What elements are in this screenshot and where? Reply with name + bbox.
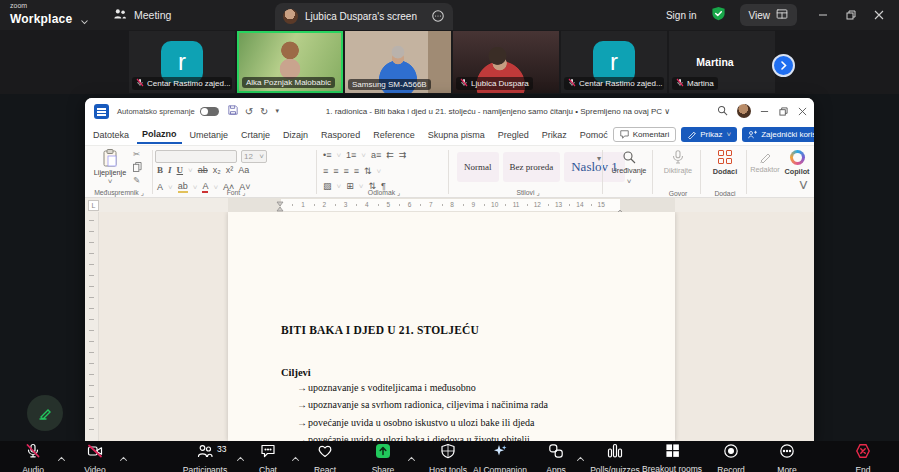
addins-group-label: Dodaci xyxy=(714,190,735,197)
redo-icon[interactable]: ↻ xyxy=(260,106,268,117)
security-shield-icon[interactable] xyxy=(711,6,726,25)
ribbon-tab-pregled[interactable]: Pregled xyxy=(493,126,534,143)
word-close-icon[interactable] xyxy=(798,102,807,120)
participant-tile[interactable]: Samsung SM-A566B xyxy=(345,31,451,93)
styles-gallery-more-button[interactable]: ▾ xyxy=(597,154,601,163)
change-case-button[interactable]: Aa xyxy=(238,166,249,175)
tab-meeting[interactable]: Meeting xyxy=(113,0,171,30)
ribbon-tab-crtanje[interactable]: Crtanje xyxy=(236,126,275,143)
multilevel-list-button[interactable]: a≡ xyxy=(371,151,381,160)
dictate-button[interactable]: Diktirajte xyxy=(658,150,698,175)
align-right-button[interactable]: ≡ xyxy=(344,167,349,176)
minimize-button[interactable] xyxy=(811,3,835,27)
collapse-ribbon-chevron-icon[interactable]: ˅ xyxy=(799,177,808,195)
line-spacing-button[interactable]: ⇅ xyxy=(364,167,372,176)
display-mode-button[interactable]: Prikaz ˅ xyxy=(681,127,737,142)
copilot-button[interactable]: Copilot xyxy=(781,150,813,176)
comments-button[interactable]: Komentari xyxy=(613,127,676,142)
toolbar-label: Record xyxy=(717,465,744,472)
ribbon-tab-polazno[interactable]: Polazno xyxy=(137,125,182,144)
style-card-normal[interactable]: Normal xyxy=(457,152,499,182)
ribbon-tab-pomoć[interactable]: Pomoć xyxy=(575,126,613,143)
sign-in-button[interactable]: Sign in xyxy=(666,10,697,21)
share-document-button[interactable]: Zajednički koristi ˅ xyxy=(742,127,814,142)
annotate-button[interactable] xyxy=(27,395,63,431)
search-icon[interactable] xyxy=(717,102,728,120)
align-center-button[interactable]: ≡ xyxy=(333,167,338,176)
decrease-indent-button[interactable]: ⇇ xyxy=(386,151,394,160)
zoom-workplace-logo: zoom Workplace xyxy=(10,2,72,26)
word-ribbon-tabs: DatotekaPolaznoUmetanjeCrtanjeDizajnRasp… xyxy=(85,124,814,145)
goals-heading: Ciljevi xyxy=(281,367,311,378)
underline-button[interactable]: U xyxy=(177,166,184,175)
font-size-dropdown[interactable]: 12˅ xyxy=(241,150,267,163)
ribbon-tab-datoteka[interactable]: Datoteka xyxy=(88,126,134,143)
undo-icon[interactable]: ↺ xyxy=(245,106,253,117)
paste-label: Lijepljenje xyxy=(94,168,126,177)
restore-button[interactable] xyxy=(839,3,863,27)
cut-icon[interactable]: ✂ xyxy=(133,150,142,159)
participant-tile[interactable]: MartinaMartina xyxy=(669,31,775,93)
align-left-button[interactable]: ≡ xyxy=(323,167,328,176)
strikethrough-button[interactable]: ab xyxy=(198,166,208,175)
participant-name-label: Ljubica Duspara xyxy=(471,79,529,88)
addins-icon xyxy=(718,150,733,165)
shared-screen-tab-label: Ljubica Duspara's screen xyxy=(305,11,424,22)
participant-tile[interactable]: rCentar Rastimo zajed... xyxy=(129,31,235,93)
ribbon-tab-prikaz[interactable]: Prikaz xyxy=(537,126,572,143)
participant-nameplate: Ljubica Duspara xyxy=(456,77,533,90)
superscript-button[interactable]: x² xyxy=(226,166,234,175)
addins-button[interactable]: Dodaci xyxy=(706,150,744,176)
zoom-logo-text: zoom xyxy=(10,2,72,9)
toolbar-chevron-up-icon[interactable] xyxy=(119,448,128,466)
editing-menu-button[interactable]: Uređivanje ˅ xyxy=(609,150,649,186)
display-mode-label: Prikaz xyxy=(700,130,722,139)
editor-button[interactable]: Redaktor xyxy=(749,150,781,174)
ribbon-tab-reference[interactable]: Reference xyxy=(368,126,420,143)
subscript-button[interactable]: x₂ xyxy=(213,166,221,175)
participant-tile[interactable]: Ljubica Duspara xyxy=(453,31,559,93)
ribbon-tab-umetanje[interactable]: Umetanje xyxy=(185,126,234,143)
italic-button[interactable]: I xyxy=(168,166,172,175)
format-painter-icon[interactable]: ✎ xyxy=(133,176,142,185)
tab-shared-screen[interactable]: Ljubica Duspara's screen xyxy=(275,3,453,30)
vertical-ruler[interactable] xyxy=(85,212,99,441)
styles-group-label: Stilovi xyxy=(516,189,534,196)
numbered-list-button[interactable]: 1≡ xyxy=(346,151,356,160)
view-button[interactable]: View xyxy=(740,4,798,26)
style-card-bez-proreda[interactable]: Bez proreda xyxy=(503,152,561,182)
next-participants-button[interactable] xyxy=(772,54,795,77)
ribbon-tab-raspored[interactable]: Raspored xyxy=(316,126,365,143)
paste-button[interactable]: Lijepljenje ˅ xyxy=(93,149,127,187)
addins-label: Dodaci xyxy=(713,167,737,176)
increase-indent-button[interactable]: ⇉ xyxy=(399,151,407,160)
tab-options-ellipsis-icon[interactable] xyxy=(431,9,445,25)
ribbon-tab-dizajn[interactable]: Dizajn xyxy=(278,126,313,143)
ruler-number: 7 xyxy=(429,201,433,208)
justify-button[interactable]: ≡ xyxy=(354,167,359,176)
copy-icon[interactable] xyxy=(133,162,142,174)
autosave-toggle[interactable] xyxy=(200,107,219,116)
ribbon-tab-skupna-pisma[interactable]: Skupna pisma xyxy=(423,126,490,143)
toolbar-label: Audio xyxy=(22,465,44,472)
toolbar-label: Chat xyxy=(259,465,277,472)
toolbar-end-button[interactable]: End xyxy=(818,443,899,472)
participant-tile[interactable]: Alka Poznjak Malobabic xyxy=(237,31,343,93)
workspace-chevron-down-icon[interactable] xyxy=(80,11,89,29)
document-canvas[interactable]: BITI BAKA I DJED U 21. STOLJEĆU Ciljevi … xyxy=(85,212,814,441)
document-title: 1. radionica - Biti baka i djed u 21. st… xyxy=(279,107,717,116)
participant-tile[interactable]: rCentar Rastimo zajed... xyxy=(561,31,667,93)
horizontal-ruler[interactable]: L 123456789101112131415 xyxy=(85,198,814,212)
close-button[interactable] xyxy=(867,3,891,27)
save-icon[interactable] xyxy=(228,105,238,117)
word-restore-icon[interactable] xyxy=(779,102,788,120)
word-account-avatar[interactable] xyxy=(737,104,751,118)
ruler-number: 1 xyxy=(301,201,305,208)
font-name-dropdown[interactable] xyxy=(155,150,237,163)
toolbar-label: Share xyxy=(372,465,395,472)
pencil-icon xyxy=(37,405,53,421)
word-minimize-icon[interactable] xyxy=(760,102,769,120)
bold-button[interactable]: B xyxy=(157,166,163,175)
bullet-list-button[interactable]: •≡ xyxy=(323,151,331,160)
tab-stop-selector[interactable]: L xyxy=(88,200,99,211)
